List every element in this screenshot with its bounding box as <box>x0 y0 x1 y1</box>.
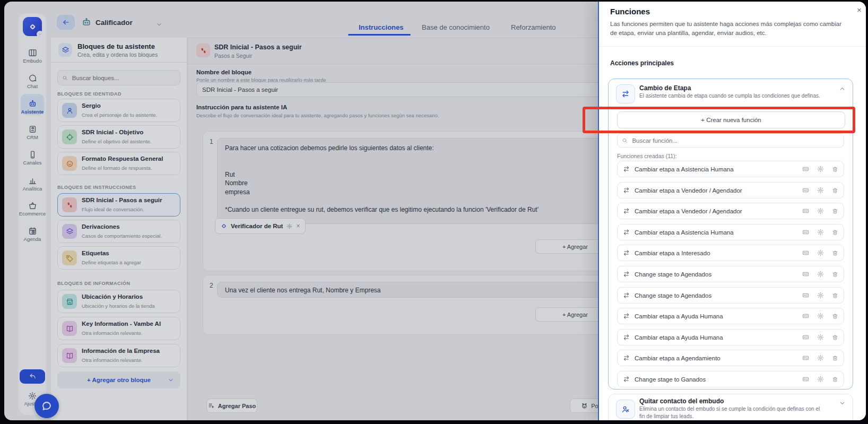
function-search[interactable] <box>617 133 844 148</box>
block-card-informacion-empresa[interactable]: Información de la EmpresaOtra informació… <box>57 344 180 367</box>
blocks-panel-subtitle: Crea, edita y ordena los bloques <box>77 51 158 58</box>
block-desc: Flujo ideal de conversación. <box>82 206 144 212</box>
function-row[interactable]: Cambiar etapa a Ayuda Humana <box>617 308 844 324</box>
gear-icon[interactable] <box>817 271 824 278</box>
sidebar-item-chat[interactable]: Chat <box>19 73 46 89</box>
robot-icon <box>28 99 37 108</box>
block-card-sergio[interactable]: SergioCrea el personaje de tu asistente. <box>57 99 180 122</box>
sidebar-item-crm[interactable]: CRM <box>19 124 46 140</box>
gear-icon[interactable] <box>817 334 824 341</box>
sidebar-item-embudo[interactable]: Embudo <box>19 48 46 64</box>
function-row[interactable]: Change stage to Agendados <box>617 287 844 304</box>
tab-reforzamiento[interactable]: Reforzamiento <box>511 23 556 31</box>
block-title: SDR Inicial - Pasos a seguir <box>82 196 162 204</box>
gear-icon[interactable] <box>817 313 824 319</box>
function-row[interactable]: Cambiar etapa a Asistencia Humana <box>617 224 844 240</box>
function-row[interactable]: Cambiar etapa a Ayuda Humana <box>617 329 844 345</box>
function-search-input[interactable] <box>631 137 839 144</box>
trash-icon[interactable] <box>832 271 838 278</box>
sidebar-item-asistente[interactable]: Asistente <box>19 99 46 115</box>
block-title: Etiquetas <box>82 249 141 257</box>
trash-icon[interactable] <box>832 334 838 341</box>
gear-icon[interactable] <box>817 166 824 172</box>
assistant-switcher-chevron-icon[interactable] <box>156 21 162 28</box>
close-icon[interactable]: × <box>296 223 300 229</box>
gear-icon[interactable] <box>817 207 824 214</box>
block-search-input[interactable] <box>71 74 176 82</box>
app-logo[interactable] <box>23 17 42 36</box>
block-card-sdr-pasos[interactable]: SDR Inicial - Pasos a seguirFlujo ideal … <box>57 193 180 217</box>
block-title: Formato Respuesta General <box>82 155 163 162</box>
trash-icon[interactable] <box>832 313 838 319</box>
close-panel-button[interactable]: × <box>857 6 862 14</box>
block-card-key-information[interactable]: Key Information - Vambe AIOtra informaci… <box>57 317 180 340</box>
trash-icon[interactable] <box>832 355 838 361</box>
trash-icon[interactable] <box>832 376 838 383</box>
block-card-sdr-objetivo[interactable]: SDR Inicial - ObjetivoDefine el objetivo… <box>57 125 180 149</box>
editor-block-title: SDR Inicial - Pasos a seguir <box>214 44 302 51</box>
id-card-icon[interactable] <box>802 313 809 319</box>
id-card-icon[interactable] <box>802 292 809 299</box>
sidebar-item-analitica[interactable]: Analítica <box>19 176 46 192</box>
block-card-ubicacion[interactable]: Ubicación y HorariosUbicación y horarios… <box>57 290 180 313</box>
gear-icon[interactable] <box>287 223 292 229</box>
id-card-icon[interactable] <box>802 229 809 236</box>
section-label-instrucciones: BLOQUES DE INSTRUCCIONES <box>57 185 136 190</box>
trash-icon[interactable] <box>832 229 838 236</box>
block-card-derivaciones[interactable]: DerivacionesCasos de comportamiento espe… <box>57 220 180 243</box>
gear-icon[interactable] <box>817 292 824 299</box>
collapse-sidebar-button[interactable] <box>20 369 45 384</box>
id-card-icon[interactable] <box>802 187 809 194</box>
sidebar-item-label: CRM <box>19 134 46 140</box>
function-row[interactable]: Cambiar etapa a Vendedor / Agendador <box>617 203 844 219</box>
remove-contact-card[interactable]: Quitar contacto del embudo Elimina un co… <box>608 394 853 420</box>
workspace-switcher-badge[interactable] <box>37 31 44 38</box>
function-row[interactable]: Change stage to Ganados <box>617 371 844 387</box>
id-card-icon[interactable] <box>802 334 809 341</box>
sidebar-item-ecommerce[interactable]: Ecommerce <box>19 201 46 217</box>
block-search[interactable] <box>57 70 180 85</box>
tab-instrucciones[interactable]: Instrucciones <box>359 23 404 31</box>
sidebar-item-canales[interactable]: Canales <box>19 150 46 166</box>
gear-icon[interactable] <box>817 354 824 361</box>
chevron-down-icon[interactable] <box>839 400 846 406</box>
open-book-icon <box>62 321 77 336</box>
gear-icon[interactable] <box>817 187 824 194</box>
block-title: Key Information - Vambe AI <box>82 320 161 327</box>
function-row[interactable]: Cambiar etapa a Agendamiento <box>617 350 844 366</box>
function-row[interactable]: Cambiar etapa a Interesado <box>617 245 844 261</box>
layers-icon <box>62 224 77 239</box>
chat-bubble-icon <box>41 400 53 412</box>
gear-icon[interactable] <box>817 376 824 383</box>
block-card-etiquetas[interactable]: EtiquetasDefine etiquetas a agregar <box>57 246 180 270</box>
trash-icon[interactable] <box>832 292 838 299</box>
id-card-icon[interactable] <box>802 207 809 214</box>
sidebar-item-agenda[interactable]: Agenda <box>19 226 46 242</box>
id-card-icon[interactable] <box>802 376 809 383</box>
back-button[interactable] <box>57 15 75 30</box>
add-block-button[interactable]: + Agregar otro bloque <box>57 371 180 388</box>
id-card-icon[interactable] <box>802 166 809 172</box>
gear-icon[interactable] <box>817 229 824 236</box>
gear-icon[interactable] <box>817 249 824 256</box>
tab-base-de-conocimiento[interactable]: Base de conocimiento <box>422 23 490 31</box>
block-card-formato-respuesta[interactable]: Formato Respuesta GeneralDefine el forma… <box>57 152 180 175</box>
id-card-icon[interactable] <box>802 271 809 278</box>
trash-icon[interactable] <box>832 166 838 172</box>
block-title: Derivaciones <box>82 223 162 230</box>
trash-icon[interactable] <box>832 250 838 256</box>
function-row[interactable]: Cambiar etapa a Asistencia Humana <box>617 161 844 177</box>
function-row[interactable]: Change stage to Agendados <box>617 266 844 282</box>
add-step-button[interactable]: Agregar Paso <box>206 399 257 413</box>
chevron-up-icon[interactable] <box>839 85 846 92</box>
id-card-icon[interactable] <box>802 249 809 256</box>
swap-arrows-icon <box>623 271 630 278</box>
function-chip-verificador[interactable]: Verificador de Rut × <box>215 218 306 234</box>
support-chat-fab[interactable] <box>34 394 59 418</box>
person-x-icon <box>616 400 635 419</box>
trash-icon[interactable] <box>832 208 838 214</box>
function-row[interactable]: Cambiar etapa a Vendedor / Agendador <box>617 182 844 198</box>
id-card-icon[interactable] <box>802 354 809 361</box>
trash-icon[interactable] <box>832 187 838 194</box>
create-function-button[interactable]: + Crear nueva función <box>617 111 845 128</box>
